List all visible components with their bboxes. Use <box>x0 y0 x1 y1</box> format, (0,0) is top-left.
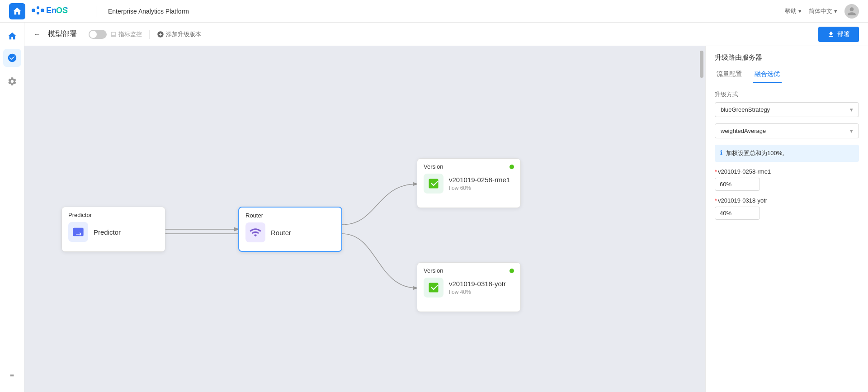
page-title: 模型部署 <box>48 29 77 39</box>
version1-info: v201019-0258-rme1 flow 60% <box>449 176 510 191</box>
version1-field-label: * v201019-0258-rme1 <box>715 168 859 175</box>
svg-point-0 <box>32 9 35 12</box>
main-layout: ≡ ← 模型部署 指标监控 添加升级版本 部署 <box>0 23 868 392</box>
svg-point-10 <box>13 59 14 61</box>
version2-field-label: * v201019-0318-yotr <box>715 197 859 204</box>
tab-blend[interactable]: 融合选优 <box>753 66 782 83</box>
sidebar-bottom: ≡ <box>3 367 21 385</box>
deploy-button[interactable]: 部署 <box>818 27 859 42</box>
home-icon[interactable] <box>9 3 25 19</box>
upgrade-method-label: 升级方式 <box>715 90 859 99</box>
version2-status-dot <box>509 269 514 273</box>
toolbar-divider <box>149 30 150 39</box>
router-body: Router <box>245 222 335 242</box>
svg-text:™: ™ <box>65 6 69 11</box>
svg-text:En: En <box>46 6 57 15</box>
router-node[interactable]: Router Router <box>238 207 342 252</box>
version1-body: v201019-0258-rme1 flow 60% <box>424 174 514 194</box>
version1-status-dot <box>509 165 514 169</box>
strategy-select-2[interactable]: weightedAverage ▾ <box>715 123 859 138</box>
add-version-button[interactable]: 添加升级版本 <box>157 30 201 38</box>
predictor-body: Predictor <box>68 222 159 242</box>
help-button[interactable]: 帮助 ▾ <box>785 7 802 15</box>
chevron-down-icon-2: ▾ <box>850 128 853 134</box>
nav-right: 帮助 ▾ 简体中文 ▾ <box>785 4 859 19</box>
version1-input[interactable] <box>715 178 760 191</box>
right-panel: 升级路由服务器 流量配置 融合选优 升级方式 blueGreenStrategy… <box>705 46 868 392</box>
predictor-node[interactable]: Predictor Predictor <box>61 207 165 252</box>
toolbar: ← 模型部署 指标监控 添加升级版本 部署 <box>24 23 868 46</box>
version2-body: v201019-0318-yotr flow 40% <box>424 278 514 298</box>
version2-info: v201019-0318-yotr flow 40% <box>449 280 506 295</box>
logo-dots: En OS ™ <box>30 4 84 19</box>
version1-icon <box>424 174 443 194</box>
language-button[interactable]: 简体中文 ▾ <box>809 7 837 15</box>
predictor-label: Predictor <box>94 228 121 236</box>
version1-header: Version <box>424 163 514 170</box>
svg-point-9 <box>9 59 11 61</box>
svg-point-2 <box>41 9 44 12</box>
monitor-label: 指标监控 <box>110 30 142 38</box>
back-button[interactable]: ← <box>33 30 41 38</box>
platform-name: Enterprise Analytics Platform <box>108 8 189 15</box>
svg-point-8 <box>13 56 14 57</box>
svg-point-7 <box>9 56 11 57</box>
version2-node[interactable]: Version v201019-0318-yotr flow 40% <box>417 262 521 312</box>
toggle-wrap: 指标监控 <box>89 30 142 39</box>
sidebar-model-icon[interactable] <box>3 49 21 67</box>
sidebar-home-icon[interactable] <box>3 27 21 45</box>
canvas-panel: Predictor Predictor Router <box>24 46 868 392</box>
monitor-toggle[interactable] <box>89 30 107 39</box>
version2-header: Version <box>424 267 514 274</box>
panel-tabs: 流量配置 融合选优 <box>706 66 868 83</box>
version2-icon <box>424 278 443 298</box>
router-header: Router <box>245 212 335 219</box>
info-icon: ℹ <box>720 149 722 156</box>
logo-area: En OS ™ Enterprise Analytics Platform <box>9 3 189 19</box>
content-area: ← 模型部署 指标监控 添加升级版本 部署 <box>24 23 868 392</box>
predictor-icon <box>68 222 88 242</box>
svg-point-1 <box>37 6 39 9</box>
panel-title: 升级路由服务器 <box>706 46 868 66</box>
top-nav: En OS ™ Enterprise Analytics Platform 帮助… <box>0 0 868 23</box>
panel-body: 升级方式 blueGreenStrategy ▾ weightedAverage… <box>706 83 868 233</box>
menu-icon[interactable]: ≡ <box>3 367 21 385</box>
info-box: ℹ 加权设置总和为100%。 <box>715 145 859 162</box>
version1-node[interactable]: Version v201019-0258-rme1 flow 60% <box>417 158 521 208</box>
version2-input[interactable] <box>715 207 760 220</box>
router-icon <box>245 222 265 242</box>
chevron-down-icon: ▾ <box>850 106 853 113</box>
sidebar-settings-icon[interactable] <box>3 72 21 90</box>
scroll-bar[interactable] <box>700 51 703 78</box>
svg-point-3 <box>37 12 39 14</box>
flow-canvas[interactable]: Predictor Predictor Router <box>24 46 705 392</box>
predictor-header: Predictor <box>68 212 159 218</box>
nav-divider <box>96 6 96 17</box>
strategy-select-1[interactable]: blueGreenStrategy ▾ <box>715 102 859 117</box>
router-label: Router <box>271 229 291 236</box>
sidebar: ≡ <box>0 23 24 392</box>
avatar[interactable] <box>844 4 859 19</box>
tab-flow[interactable]: 流量配置 <box>715 66 744 83</box>
